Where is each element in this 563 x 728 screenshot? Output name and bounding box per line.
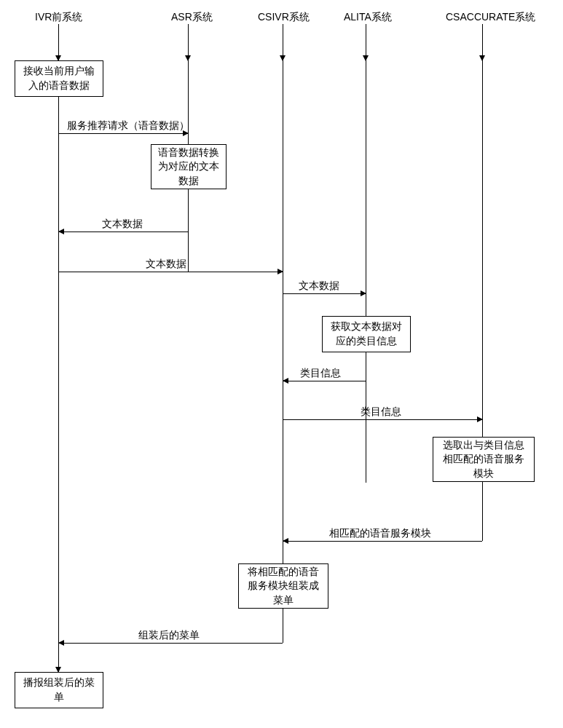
- participant-csaccurate: CSACCURATE系统: [446, 11, 535, 24]
- arrow-left-icon: [283, 541, 482, 542]
- arrow-right-icon: [59, 133, 188, 134]
- msg-text-data-return: 文本数据: [102, 218, 143, 231]
- arrow-down-icon: [188, 24, 189, 60]
- arrow-right-icon: [283, 419, 482, 420]
- box-get-category: 获取文本数据对 应的类目信息: [322, 316, 411, 352]
- box-select-module: 选取出与类目信息 相匹配的语音服务 模块: [433, 437, 535, 482]
- msg-text-data-alita: 文本数据: [299, 280, 339, 293]
- box-voice-to-text: 语音数据转换 为对应的文本 数据: [151, 144, 227, 189]
- msg-module-return: 相匹配的语音服务模块: [329, 527, 431, 540]
- msg-category-fwd: 类目信息: [361, 405, 401, 419]
- arrow-left-icon: [59, 232, 188, 232]
- participant-ivr: IVR前系统: [35, 11, 82, 24]
- box-receive-voice: 接收当前用户输 入的语音数据: [15, 60, 103, 97]
- arrow-down-icon: [58, 643, 59, 672]
- arrow-down-icon: [482, 24, 483, 60]
- participant-csivr: CSIVR系统: [258, 11, 310, 24]
- box-broadcast-menu: 播报组装后的菜 单: [15, 672, 103, 708]
- arrow-right-icon: [59, 272, 283, 272]
- participant-alita: ALITA系统: [344, 11, 392, 24]
- msg-category-return: 类目信息: [300, 367, 341, 380]
- lifeline-csivr: [283, 60, 283, 643]
- msg-menu-return: 组装后的菜单: [138, 629, 200, 642]
- arrow-left-icon: [283, 381, 366, 381]
- arrow-right-icon: [283, 293, 366, 294]
- msg-text-data-fwd: 文本数据: [146, 258, 186, 271]
- arrow-down-icon: [366, 24, 366, 60]
- arrow-down-icon: [58, 24, 59, 60]
- participant-asr: ASR系统: [171, 11, 213, 24]
- arrow-left-icon: [59, 643, 283, 644]
- arrow-down-icon: [283, 24, 283, 60]
- box-assemble-menu: 将相匹配的语音 服务模块组装成 菜单: [238, 563, 328, 609]
- msg-service-request: 服务推荐请求（语音数据）: [67, 119, 189, 132]
- lifeline-ivr: [58, 60, 59, 672]
